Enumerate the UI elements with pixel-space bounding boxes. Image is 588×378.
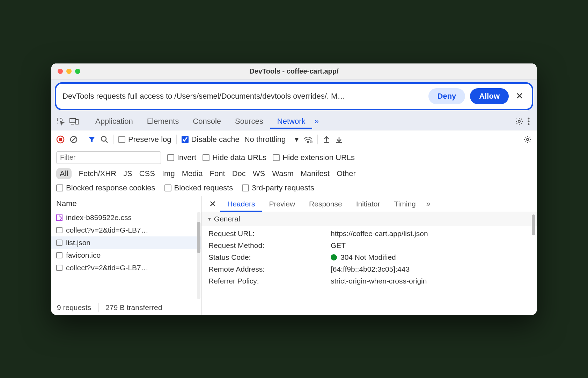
close-window-button[interactable] [58,69,63,74]
svg-point-4 [518,120,520,122]
type-wasm[interactable]: Wasm [272,169,294,178]
request-detail: ✕ Headers Preview Response Initiator Tim… [201,196,537,315]
blocked-requests-checkbox[interactable]: Blocked requests [164,183,233,192]
allow-button[interactable]: Allow [470,88,509,104]
maximize-window-button[interactable] [75,69,80,74]
type-fetch[interactable]: Fetch/XHR [79,169,116,178]
tab-elements[interactable]: Elements [140,114,186,129]
type-img[interactable]: Img [162,169,175,178]
detail-tabs: ✕ Headers Preview Response Initiator Tim… [201,196,537,212]
request-row[interactable]: collect?v=2&tid=G-LB7… [51,262,201,274]
kv-request-url: Request URL:https://coffee-cart.app/list… [201,228,537,240]
panel-tabbar: Application Elements Console Sources Net… [51,113,537,130]
disable-cache-label: Disable cache [191,135,240,144]
tab-application[interactable]: Application [88,114,140,129]
detail-tab-response[interactable]: Response [302,196,349,212]
type-ws[interactable]: WS [253,169,265,178]
detail-scrollbar-thumb[interactable] [532,214,535,235]
request-row[interactable]: favicon.ico [51,249,201,262]
download-har-icon[interactable] [335,135,343,144]
detail-tab-preview[interactable]: Preview [262,196,302,212]
titlebar: DevTools - coffee-cart.app/ [51,63,537,80]
more-detail-tabs-chevron-icon[interactable]: » [423,199,434,209]
filter-funnel-icon[interactable] [88,136,96,143]
scrollbar-thumb[interactable] [197,222,200,253]
tab-sources[interactable]: Sources [228,114,270,129]
chevron-down-icon: ▾ [295,135,299,144]
checkbox-icon [56,252,63,258]
deny-button[interactable]: Deny [428,88,465,104]
type-js[interactable]: JS [123,169,132,178]
checkbox-icon [56,265,63,271]
record-stop-icon[interactable] [56,135,65,144]
type-manifest[interactable]: Manifest [301,169,330,178]
request-rows: index-b859522e.css collect?v=2&tid=G-LB7… [51,211,201,300]
settings-gear-icon[interactable] [513,115,525,128]
permission-bar-wrap: DevTools requests full access to /Users/… [51,80,537,113]
network-settings-gear-icon[interactable] [523,135,532,144]
hide-ext-label: Hide extension URLs [282,153,355,162]
tab-console[interactable]: Console [186,114,228,129]
clear-icon[interactable] [69,135,78,144]
more-filters-row: Blocked response cookies Blocked request… [51,181,537,196]
device-toggle-icon[interactable] [69,118,79,125]
svg-line-11 [72,137,76,142]
svg-rect-3 [76,120,78,124]
upload-har-icon[interactable] [323,135,330,144]
kv-referrer-policy: Referrer Policy:strict-origin-when-cross… [201,275,537,287]
status-footer: 9 requests 279 B transferred [51,300,201,315]
detail-tab-initiator[interactable]: Initiator [349,196,387,212]
third-party-label: 3rd-party requests [252,183,314,192]
svg-rect-1 [70,119,75,123]
type-media[interactable]: Media [182,169,203,178]
more-tabs-chevron-icon[interactable]: » [314,117,318,126]
third-party-checkbox[interactable]: 3rd-party requests [242,183,314,192]
type-css[interactable]: CSS [139,169,155,178]
traffic-lights [58,69,80,74]
throttling-dropdown[interactable]: No throttling ▾ [244,135,299,144]
network-toolbar: Preserve log Disable cache No throttling… [51,130,537,149]
invert-checkbox[interactable]: Invert [167,153,196,162]
general-section-header[interactable]: ▼ General [201,212,537,226]
request-row[interactable]: index-b859522e.css [51,211,201,224]
kv-remote-address: Remote Address:[64:ff9b::4b02:3c05]:443 [201,263,537,275]
hide-extension-urls-checkbox[interactable]: Hide extension URLs [273,153,355,162]
permission-bar: DevTools requests full access to /Users/… [55,82,533,110]
type-all[interactable]: All [56,168,72,179]
requests-count: 9 requests [57,303,91,312]
kv-status-code: Status Code:304 Not Modified [201,251,537,263]
more-menu-icon[interactable] [525,115,532,128]
request-list: Name index-b859522e.css collect?v=2&tid=… [51,196,201,315]
minimize-window-button[interactable] [66,69,72,74]
blocked-cookies-checkbox[interactable]: Blocked response cookies [56,183,155,192]
close-detail-icon[interactable]: ✕ [205,196,220,212]
tab-network[interactable]: Network [270,114,313,129]
type-font[interactable]: Font [210,169,225,178]
preserve-log-label: Preserve log [128,135,171,144]
svg-line-13 [105,141,108,143]
svg-point-5 [528,118,530,120]
request-row[interactable]: collect?v=2&tid=G-LB7… [51,224,201,236]
general-label: General [214,215,240,223]
column-header-name[interactable]: Name [51,196,201,211]
permission-message: DevTools requests full access to /Users/… [63,92,424,101]
detail-tab-headers[interactable]: Headers [220,196,262,212]
checkbox-icon [56,227,63,233]
type-other[interactable]: Other [337,169,356,178]
override-icon [56,214,63,221]
type-doc[interactable]: Doc [232,169,246,178]
hide-data-urls-checkbox[interactable]: Hide data URLs [203,153,266,162]
disclosure-triangle-icon: ▼ [207,216,212,222]
detail-tab-timing[interactable]: Timing [387,196,423,212]
inspect-element-icon[interactable] [56,117,65,126]
request-row[interactable]: list.json [51,236,201,249]
blocked-cookies-label: Blocked response cookies [66,183,155,192]
network-conditions-icon[interactable] [303,136,313,143]
preserve-log-checkbox[interactable]: Preserve log [118,135,171,144]
disable-cache-checkbox[interactable]: Disable cache [182,135,240,144]
search-icon[interactable] [101,136,108,143]
blocked-req-label: Blocked requests [174,183,233,192]
close-permission-icon[interactable]: ✕ [514,91,525,101]
throttling-label: No throttling [244,135,286,144]
filter-input[interactable] [56,151,161,164]
